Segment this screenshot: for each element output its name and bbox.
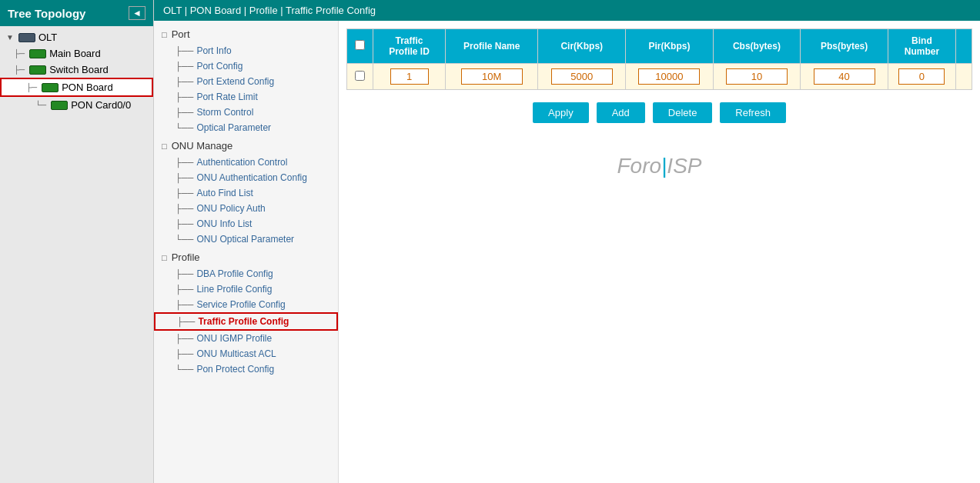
profile-section-expand-icon: □ bbox=[162, 253, 167, 262]
row-checkbox-cell bbox=[347, 64, 373, 90]
port-section-expand-icon: □ bbox=[162, 30, 167, 39]
nav-item-storm-control-label: Storm Control bbox=[196, 107, 253, 118]
nav-item-onu-multicast-acl[interactable]: ├── ONU Multicast ACL bbox=[154, 346, 338, 361]
nav-section-port: □ Port ├── Port Info ├── Port Config ├──… bbox=[154, 25, 338, 135]
nav-item-traffic-profile-config[interactable]: ├── Traffic Profile Config bbox=[154, 312, 338, 331]
nav-item-port-rate-limit-label: Port Rate Limit bbox=[196, 92, 257, 102]
main-board-icon bbox=[29, 49, 46, 58]
nav-section-onu-manage-label: ONU Manage bbox=[172, 140, 232, 152]
cell-cbs bbox=[713, 64, 801, 90]
apply-button[interactable]: Apply bbox=[533, 102, 589, 123]
action-buttons: Apply Add Delete Refresh bbox=[346, 102, 972, 123]
input-cir[interactable] bbox=[551, 68, 613, 85]
nav-item-auto-find-list[interactable]: ├── Auto Find List bbox=[154, 185, 338, 201]
nav-item-line-profile-config-label: Line Profile Config bbox=[196, 284, 272, 295]
nav-item-storm-control[interactable]: ├── Storm Control bbox=[154, 105, 338, 120]
col-header-profile-name: Profile Name bbox=[446, 29, 538, 64]
nav-panel: □ Port ├── Port Info ├── Port Config ├──… bbox=[154, 21, 339, 483]
switch-board-icon bbox=[29, 65, 46, 75]
nav-item-authentication-control[interactable]: ├── Authentication Control bbox=[154, 155, 338, 170]
refresh-button[interactable]: Refresh bbox=[720, 102, 786, 123]
cell-profile-name bbox=[446, 64, 538, 90]
olt-expand-icon: ▼ bbox=[6, 33, 14, 42]
select-all-checkbox[interactable] bbox=[355, 40, 365, 50]
col-header-bind-number: BindNumber bbox=[888, 29, 955, 64]
sidebar-item-olt[interactable]: ▼ OLT bbox=[0, 29, 153, 45]
traffic-profile-table: TrafficProfile ID Profile Name Cir(Kbps)… bbox=[346, 28, 972, 90]
olt-icon bbox=[18, 33, 35, 42]
nav-item-onu-igmp-profile[interactable]: ├── ONU IGMP Profile bbox=[154, 331, 338, 346]
delete-button[interactable]: Delete bbox=[653, 102, 713, 123]
sidebar-item-pon-board[interactable]: ├─ PON Board bbox=[0, 78, 153, 97]
pon-board-expand-icon: ├─ bbox=[26, 83, 37, 92]
nav-item-port-rate-limit[interactable]: ├── Port Rate Limit bbox=[154, 89, 338, 105]
nav-item-onu-policy-auth[interactable]: ├── ONU Policy Auth bbox=[154, 201, 338, 216]
cell-cir bbox=[538, 64, 626, 90]
nav-item-auto-find-list-label: Auto Find List bbox=[196, 188, 253, 198]
main-panel: OLT | PON Board | Profile | Traffic Prof… bbox=[154, 0, 980, 483]
switch-board-expand-icon: ├─ bbox=[14, 65, 25, 74]
content-area: □ Port ├── Port Info ├── Port Config ├──… bbox=[154, 21, 980, 483]
nav-section-onu-manage: □ ONU Manage ├── Authentication Control … bbox=[154, 137, 338, 247]
col-header-pir: Pir(Kbps) bbox=[626, 29, 714, 64]
nav-item-optical-parameter-label: Optical Parameter bbox=[196, 122, 271, 133]
nav-item-authentication-control-label: Authentication Control bbox=[196, 157, 287, 168]
col-header-cir: Cir(Kbps) bbox=[538, 29, 626, 64]
nav-item-port-info[interactable]: ├── Port Info bbox=[154, 43, 338, 58]
nav-item-onu-auth-config[interactable]: ├── ONU Authentication Config bbox=[154, 170, 338, 185]
nav-section-port-label: Port bbox=[172, 28, 190, 40]
sidebar-header: Tree Topology ◄ bbox=[0, 0, 153, 26]
nav-section-profile: □ Profile ├── DBA Profile Config ├── Lin… bbox=[154, 248, 338, 377]
nav-item-dba-profile-config[interactable]: ├── DBA Profile Config bbox=[154, 266, 338, 281]
nav-item-pon-protect-config[interactable]: └── Pon Protect Config bbox=[154, 361, 338, 377]
cell-pir bbox=[626, 64, 714, 90]
table-body bbox=[347, 64, 972, 90]
data-panel: TrafficProfile ID Profile Name Cir(Kbps)… bbox=[339, 21, 980, 483]
sidebar-item-switch-board[interactable]: ├─ Switch Board bbox=[0, 62, 153, 78]
breadcrumb-text: OLT | PON Board | Profile | Traffic Prof… bbox=[163, 5, 376, 16]
nav-item-port-extend-config[interactable]: ├── Port Extend Config bbox=[154, 74, 338, 89]
col-header-traffic-profile-id: TrafficProfile ID bbox=[373, 29, 446, 64]
col-header-scrollbar-spacer bbox=[956, 29, 972, 64]
nav-item-onu-policy-auth-label: ONU Policy Auth bbox=[196, 203, 265, 214]
sidebar-collapse-button[interactable]: ◄ bbox=[129, 6, 145, 20]
table-header-checkbox bbox=[347, 29, 373, 64]
nav-item-onu-info-list[interactable]: ├── ONU Info List bbox=[154, 216, 338, 232]
nav-item-onu-optical-parameter-label: ONU Optical Parameter bbox=[196, 234, 294, 245]
col-header-pbs: Pbs(bytes) bbox=[801, 29, 888, 64]
nav-item-pon-protect-config-label: Pon Protect Config bbox=[196, 364, 274, 375]
nav-section-profile-header[interactable]: □ Profile bbox=[154, 248, 338, 266]
input-pbs[interactable] bbox=[814, 68, 875, 85]
input-pir[interactable] bbox=[638, 68, 700, 85]
nav-item-port-config-label: Port Config bbox=[196, 61, 242, 72]
nav-item-port-info-label: Port Info bbox=[196, 45, 231, 56]
nav-item-traffic-profile-config-label: Traffic Profile Config bbox=[198, 316, 289, 327]
sidebar-item-main-board[interactable]: ├─ Main Board bbox=[0, 45, 153, 62]
input-profile-name[interactable] bbox=[461, 68, 523, 85]
olt-label: OLT bbox=[38, 32, 57, 43]
nav-item-line-profile-config[interactable]: ├── Line Profile Config bbox=[154, 281, 338, 297]
nav-item-onu-multicast-acl-label: ONU Multicast ACL bbox=[196, 348, 276, 359]
row-checkbox[interactable] bbox=[351, 71, 369, 81]
col-header-cbs: Cbs(bytes) bbox=[713, 29, 801, 64]
nav-item-onu-info-list-label: ONU Info List bbox=[196, 218, 252, 229]
input-cbs[interactable] bbox=[726, 68, 788, 85]
nav-item-onu-optical-parameter[interactable]: └── ONU Optical Parameter bbox=[154, 232, 338, 247]
pon-card-label: PON Card0/0 bbox=[71, 99, 131, 111]
breadcrumb: OLT | PON Board | Profile | Traffic Prof… bbox=[154, 0, 980, 21]
nav-item-port-config[interactable]: ├── Port Config bbox=[154, 58, 338, 74]
input-bind-number[interactable] bbox=[898, 68, 945, 85]
nav-section-onu-manage-header[interactable]: □ ONU Manage bbox=[154, 137, 338, 155]
nav-section-port-header[interactable]: □ Port bbox=[154, 25, 338, 43]
nav-item-port-extend-config-label: Port Extend Config bbox=[196, 76, 274, 87]
pon-card-icon bbox=[51, 101, 68, 110]
watermark-suffix: ISP bbox=[667, 154, 701, 178]
nav-item-optical-parameter[interactable]: └── Optical Parameter bbox=[154, 120, 338, 135]
sidebar-item-pon-card[interactable]: └─ PON Card0/0 bbox=[0, 97, 153, 113]
nav-item-service-profile-config[interactable]: ├── Service Profile Config bbox=[154, 297, 338, 312]
add-button[interactable]: Add bbox=[597, 102, 645, 123]
watermark-prefix: Foro bbox=[617, 154, 662, 178]
input-traffic-profile-id[interactable] bbox=[390, 68, 429, 85]
pon-card-expand-icon: └─ bbox=[35, 101, 46, 109]
cell-bind-number bbox=[888, 64, 955, 90]
